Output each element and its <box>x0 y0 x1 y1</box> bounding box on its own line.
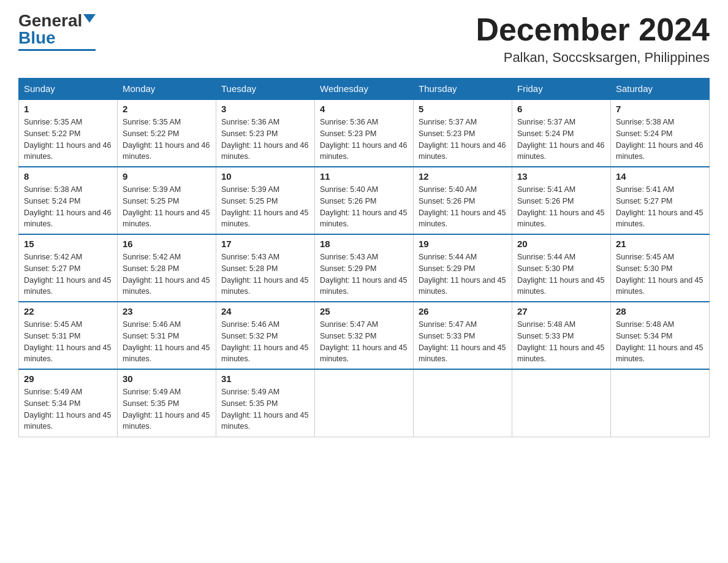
day-number: 15 <box>24 239 112 249</box>
calendar-cell: 15Sunrise: 5:42 AMSunset: 5:27 PMDayligh… <box>19 234 118 302</box>
calendar-cell: 29Sunrise: 5:49 AMSunset: 5:34 PMDayligh… <box>19 369 118 437</box>
day-number: 3 <box>221 104 309 114</box>
calendar-cell: 30Sunrise: 5:49 AMSunset: 5:35 PMDayligh… <box>118 369 216 437</box>
header-tuesday: Tuesday <box>216 79 315 100</box>
day-number: 21 <box>616 239 704 249</box>
day-info: Sunrise: 5:48 AMSunset: 5:33 PMDaylight:… <box>517 319 605 365</box>
day-info: Sunrise: 5:42 AMSunset: 5:27 PMDaylight:… <box>24 251 112 297</box>
day-number: 22 <box>24 306 112 316</box>
day-number: 18 <box>320 239 408 249</box>
day-number: 28 <box>616 306 704 316</box>
calendar-cell: 8Sunrise: 5:38 AMSunset: 5:24 PMDaylight… <box>19 167 118 234</box>
calendar-cell: 13Sunrise: 5:41 AMSunset: 5:26 PMDayligh… <box>512 167 611 234</box>
calendar-cell: 25Sunrise: 5:47 AMSunset: 5:32 PMDayligh… <box>315 302 414 369</box>
calendar-cell: 28Sunrise: 5:48 AMSunset: 5:34 PMDayligh… <box>611 302 710 369</box>
week-row-3: 15Sunrise: 5:42 AMSunset: 5:27 PMDayligh… <box>19 234 710 302</box>
day-info: Sunrise: 5:36 AMSunset: 5:23 PMDaylight:… <box>221 117 309 163</box>
day-number: 2 <box>123 104 211 114</box>
location-title: Palkan, Soccsksargen, Philippines <box>476 50 710 66</box>
day-info: Sunrise: 5:47 AMSunset: 5:32 PMDaylight:… <box>320 319 408 365</box>
header-saturday: Saturday <box>611 79 710 100</box>
calendar-cell: 22Sunrise: 5:45 AMSunset: 5:31 PMDayligh… <box>19 302 118 369</box>
calendar-cell: 7Sunrise: 5:38 AMSunset: 5:24 PMDaylight… <box>611 99 710 167</box>
day-number: 10 <box>221 171 309 182</box>
header-thursday: Thursday <box>414 79 512 100</box>
calendar-cell: 24Sunrise: 5:46 AMSunset: 5:32 PMDayligh… <box>216 302 315 369</box>
logo-underline <box>18 49 96 51</box>
day-number: 19 <box>419 239 507 249</box>
calendar-cell: 16Sunrise: 5:42 AMSunset: 5:28 PMDayligh… <box>118 234 216 302</box>
calendar-table: SundayMondayTuesdayWednesdayThursdayFrid… <box>18 78 710 437</box>
day-info: Sunrise: 5:47 AMSunset: 5:33 PMDaylight:… <box>419 319 507 365</box>
calendar-cell <box>512 369 611 437</box>
day-number: 20 <box>517 239 605 249</box>
day-number: 25 <box>320 306 408 316</box>
calendar-cell: 6Sunrise: 5:37 AMSunset: 5:24 PMDaylight… <box>512 99 611 167</box>
day-number: 13 <box>517 171 605 182</box>
day-number: 6 <box>517 104 605 114</box>
day-info: Sunrise: 5:36 AMSunset: 5:23 PMDaylight:… <box>320 117 408 163</box>
week-row-1: 1Sunrise: 5:35 AMSunset: 5:22 PMDaylight… <box>19 99 710 167</box>
calendar-cell: 9Sunrise: 5:39 AMSunset: 5:25 PMDaylight… <box>118 167 216 234</box>
day-info: Sunrise: 5:43 AMSunset: 5:29 PMDaylight:… <box>320 251 408 297</box>
day-number: 17 <box>221 239 309 249</box>
page-header: General Blue December 2024 Palkan, Soccs… <box>18 12 710 66</box>
header-monday: Monday <box>118 79 216 100</box>
calendar-cell: 11Sunrise: 5:40 AMSunset: 5:26 PMDayligh… <box>315 167 414 234</box>
day-number: 5 <box>419 104 507 114</box>
logo-triangle-icon <box>83 14 96 23</box>
day-info: Sunrise: 5:37 AMSunset: 5:24 PMDaylight:… <box>517 117 605 163</box>
day-info: Sunrise: 5:40 AMSunset: 5:26 PMDaylight:… <box>320 184 408 230</box>
calendar-cell <box>315 369 414 437</box>
day-info: Sunrise: 5:43 AMSunset: 5:28 PMDaylight:… <box>221 251 309 297</box>
calendar-cell: 18Sunrise: 5:43 AMSunset: 5:29 PMDayligh… <box>315 234 414 302</box>
calendar-cell: 23Sunrise: 5:46 AMSunset: 5:31 PMDayligh… <box>118 302 216 369</box>
day-info: Sunrise: 5:46 AMSunset: 5:32 PMDaylight:… <box>221 319 309 365</box>
day-number: 14 <box>616 171 704 182</box>
day-number: 11 <box>320 171 408 182</box>
calendar-cell: 4Sunrise: 5:36 AMSunset: 5:23 PMDaylight… <box>315 99 414 167</box>
header-sunday: Sunday <box>19 79 118 100</box>
day-info: Sunrise: 5:45 AMSunset: 5:31 PMDaylight:… <box>24 319 112 365</box>
calendar-cell: 26Sunrise: 5:47 AMSunset: 5:33 PMDayligh… <box>414 302 512 369</box>
calendar-header-row: SundayMondayTuesdayWednesdayThursdayFrid… <box>19 79 710 100</box>
week-row-4: 22Sunrise: 5:45 AMSunset: 5:31 PMDayligh… <box>19 302 710 369</box>
calendar-cell: 21Sunrise: 5:45 AMSunset: 5:30 PMDayligh… <box>611 234 710 302</box>
calendar-cell: 2Sunrise: 5:35 AMSunset: 5:22 PMDaylight… <box>118 99 216 167</box>
calendar-cell: 19Sunrise: 5:44 AMSunset: 5:29 PMDayligh… <box>414 234 512 302</box>
calendar-cell: 5Sunrise: 5:37 AMSunset: 5:23 PMDaylight… <box>414 99 512 167</box>
day-number: 31 <box>221 373 309 384</box>
day-info: Sunrise: 5:37 AMSunset: 5:23 PMDaylight:… <box>419 117 507 163</box>
day-number: 8 <box>24 171 112 182</box>
day-number: 29 <box>24 373 112 384</box>
calendar-cell: 10Sunrise: 5:39 AMSunset: 5:25 PMDayligh… <box>216 167 315 234</box>
logo: General Blue <box>18 12 96 51</box>
day-info: Sunrise: 5:35 AMSunset: 5:22 PMDaylight:… <box>123 117 211 163</box>
logo-blue-text: Blue <box>18 29 56 47</box>
header-friday: Friday <box>512 79 611 100</box>
day-info: Sunrise: 5:35 AMSunset: 5:22 PMDaylight:… <box>24 117 112 163</box>
day-info: Sunrise: 5:40 AMSunset: 5:26 PMDaylight:… <box>419 184 507 230</box>
day-info: Sunrise: 5:39 AMSunset: 5:25 PMDaylight:… <box>221 184 309 230</box>
calendar-cell: 17Sunrise: 5:43 AMSunset: 5:28 PMDayligh… <box>216 234 315 302</box>
day-number: 9 <box>123 171 211 182</box>
calendar-cell: 27Sunrise: 5:48 AMSunset: 5:33 PMDayligh… <box>512 302 611 369</box>
day-info: Sunrise: 5:38 AMSunset: 5:24 PMDaylight:… <box>24 184 112 230</box>
day-info: Sunrise: 5:45 AMSunset: 5:30 PMDaylight:… <box>616 251 704 297</box>
day-info: Sunrise: 5:41 AMSunset: 5:26 PMDaylight:… <box>517 184 605 230</box>
day-info: Sunrise: 5:49 AMSunset: 5:35 PMDaylight:… <box>123 386 211 432</box>
week-row-2: 8Sunrise: 5:38 AMSunset: 5:24 PMDaylight… <box>19 167 710 234</box>
calendar-cell <box>414 369 512 437</box>
title-block: December 2024 Palkan, Soccsksargen, Phil… <box>476 12 710 66</box>
day-info: Sunrise: 5:44 AMSunset: 5:30 PMDaylight:… <box>517 251 605 297</box>
day-info: Sunrise: 5:42 AMSunset: 5:28 PMDaylight:… <box>123 251 211 297</box>
day-info: Sunrise: 5:44 AMSunset: 5:29 PMDaylight:… <box>419 251 507 297</box>
day-info: Sunrise: 5:49 AMSunset: 5:35 PMDaylight:… <box>221 386 309 432</box>
day-number: 12 <box>419 171 507 182</box>
calendar-cell: 14Sunrise: 5:41 AMSunset: 5:27 PMDayligh… <box>611 167 710 234</box>
day-number: 26 <box>419 306 507 316</box>
calendar-cell: 1Sunrise: 5:35 AMSunset: 5:22 PMDaylight… <box>19 99 118 167</box>
month-title: December 2024 <box>476 12 710 47</box>
day-number: 1 <box>24 104 112 114</box>
day-info: Sunrise: 5:41 AMSunset: 5:27 PMDaylight:… <box>616 184 704 230</box>
